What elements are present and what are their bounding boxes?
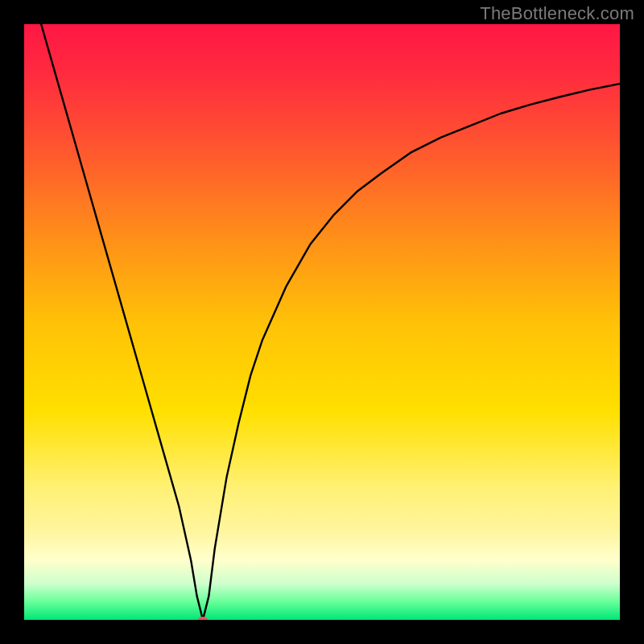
chart-frame: TheBottleneck.com [0, 0, 644, 644]
gradient-background [24, 24, 620, 620]
chart-svg [24, 24, 620, 620]
watermark-text: TheBottleneck.com [480, 3, 634, 24]
plot-area [24, 24, 620, 620]
